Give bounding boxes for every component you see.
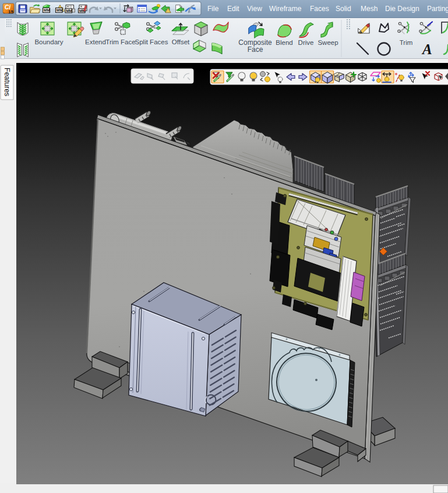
svg-text:Mesh: Mesh <box>361 5 378 13</box>
svg-text:Blend: Blend <box>276 39 292 46</box>
svg-text:MM: MM <box>66 9 72 13</box>
svg-text:Edit: Edit <box>227 5 239 13</box>
svg-text:MM: MM <box>44 8 50 12</box>
svg-text:Offset: Offset <box>172 38 190 45</box>
svg-text:Trim: Trim <box>400 39 413 46</box>
svg-text:Features: Features <box>3 68 11 96</box>
svg-text:Face: Face <box>248 45 263 54</box>
svg-text:Drive: Drive <box>298 39 314 46</box>
svg-text:15: 15 <box>8 9 13 15</box>
svg-text:Solid: Solid <box>336 5 351 13</box>
svg-text:MM: MM <box>57 8 63 12</box>
svg-text:Sweep: Sweep <box>318 39 338 46</box>
svg-text:Extend: Extend <box>85 38 106 45</box>
svg-text:Trim Face: Trim Face <box>105 38 135 45</box>
svg-text:Split Faces: Split Faces <box>135 38 168 45</box>
svg-text:Die Design: Die Design <box>385 5 419 13</box>
svg-text:Boundary: Boundary <box>34 38 63 45</box>
svg-text:Parting: Parting <box>427 5 448 13</box>
svg-text:File: File <box>207 5 219 13</box>
svg-text:Wireframe: Wireframe <box>269 5 302 13</box>
svg-text:View: View <box>247 5 262 13</box>
svg-text:Faces: Faces <box>310 5 329 13</box>
svg-text:A: A <box>421 41 432 57</box>
